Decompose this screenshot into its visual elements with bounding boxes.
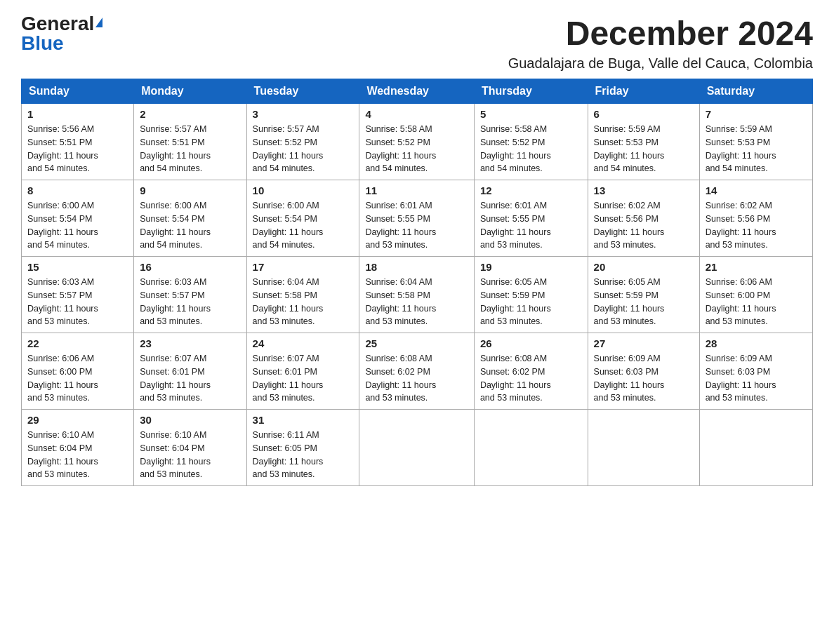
day-number: 14 (706, 185, 807, 196)
day-detail: Sunrise: 6:06 AMSunset: 6:00 PMDaylight:… (706, 276, 807, 328)
day-number: 25 (365, 337, 468, 349)
calendar-cell: 22Sunrise: 6:06 AMSunset: 6:00 PMDayligh… (22, 333, 134, 410)
day-detail: Sunrise: 6:05 AMSunset: 5:59 PMDaylight:… (594, 276, 694, 328)
logo-triangle-icon (95, 18, 102, 27)
calendar-table: SundayMondayTuesdayWednesdayThursdayFrid… (21, 79, 813, 486)
day-detail: Sunrise: 6:00 AMSunset: 5:54 PMDaylight:… (253, 199, 354, 252)
calendar-cell: 24Sunrise: 6:07 AMSunset: 6:01 PMDayligh… (246, 333, 359, 410)
day-number: 11 (365, 185, 468, 196)
calendar-cell: 17Sunrise: 6:04 AMSunset: 5:58 PMDayligh… (246, 257, 359, 333)
calendar-cell: 9Sunrise: 6:00 AMSunset: 5:54 PMDaylight… (134, 180, 246, 257)
calendar-cell: 28Sunrise: 6:09 AMSunset: 6:03 PMDayligh… (699, 333, 812, 410)
day-detail: Sunrise: 6:09 AMSunset: 6:03 PMDaylight:… (594, 352, 694, 405)
day-detail: Sunrise: 6:03 AMSunset: 5:57 PMDaylight:… (140, 276, 240, 328)
day-detail: Sunrise: 6:07 AMSunset: 6:01 PMDaylight:… (140, 352, 240, 405)
day-detail: Sunrise: 6:03 AMSunset: 5:57 PMDaylight:… (27, 276, 128, 328)
calendar-cell: 30Sunrise: 6:10 AMSunset: 6:04 PMDayligh… (134, 410, 246, 486)
day-detail: Sunrise: 5:57 AMSunset: 5:51 PMDaylight:… (140, 123, 240, 175)
calendar-cell (474, 410, 588, 486)
calendar-header-monday: Monday (134, 79, 246, 104)
page-title: December 2024 (508, 14, 813, 53)
day-number: 12 (480, 185, 582, 196)
day-number: 6 (594, 108, 694, 120)
day-detail: Sunrise: 5:57 AMSunset: 5:52 PMDaylight:… (253, 123, 354, 175)
day-number: 21 (706, 261, 807, 273)
calendar-cell: 23Sunrise: 6:07 AMSunset: 6:01 PMDayligh… (134, 333, 246, 410)
calendar-header-wednesday: Wednesday (359, 79, 474, 104)
day-number: 16 (140, 261, 240, 273)
calendar-week-row: 15Sunrise: 6:03 AMSunset: 5:57 PMDayligh… (22, 257, 813, 333)
day-number: 9 (140, 185, 240, 196)
day-detail: Sunrise: 6:07 AMSunset: 6:01 PMDaylight:… (253, 352, 354, 405)
calendar-header-thursday: Thursday (474, 79, 588, 104)
calendar-cell: 18Sunrise: 6:04 AMSunset: 5:58 PMDayligh… (359, 257, 474, 333)
day-detail: Sunrise: 5:58 AMSunset: 5:52 PMDaylight:… (365, 123, 468, 175)
calendar-cell: 5Sunrise: 5:58 AMSunset: 5:52 PMDaylight… (474, 104, 588, 180)
calendar-cell: 25Sunrise: 6:08 AMSunset: 6:02 PMDayligh… (359, 333, 474, 410)
calendar-cell: 27Sunrise: 6:09 AMSunset: 6:03 PMDayligh… (588, 333, 699, 410)
calendar-cell: 11Sunrise: 6:01 AMSunset: 5:55 PMDayligh… (359, 180, 474, 257)
day-number: 20 (594, 261, 694, 273)
calendar-cell: 15Sunrise: 6:03 AMSunset: 5:57 PMDayligh… (22, 257, 134, 333)
day-detail: Sunrise: 6:08 AMSunset: 6:02 PMDaylight:… (480, 352, 582, 405)
calendar-cell: 3Sunrise: 5:57 AMSunset: 5:52 PMDaylight… (246, 104, 359, 180)
day-detail: Sunrise: 6:01 AMSunset: 5:55 PMDaylight:… (365, 199, 468, 252)
day-number: 13 (594, 185, 694, 196)
title-block: December 2024 Guadalajara de Buga, Valle… (508, 14, 813, 72)
page-subtitle: Guadalajara de Buga, Valle del Cauca, Co… (508, 55, 813, 72)
day-detail: Sunrise: 6:10 AMSunset: 6:04 PMDaylight:… (140, 429, 240, 481)
day-number: 7 (706, 108, 807, 120)
day-number: 29 (27, 414, 128, 426)
calendar-cell: 8Sunrise: 6:00 AMSunset: 5:54 PMDaylight… (22, 180, 134, 257)
calendar-cell: 26Sunrise: 6:08 AMSunset: 6:02 PMDayligh… (474, 333, 588, 410)
calendar-cell: 29Sunrise: 6:10 AMSunset: 6:04 PMDayligh… (22, 410, 134, 486)
day-number: 15 (27, 261, 128, 273)
calendar-header-tuesday: Tuesday (246, 79, 359, 104)
day-number: 18 (365, 261, 468, 273)
day-detail: Sunrise: 6:01 AMSunset: 5:55 PMDaylight:… (480, 199, 582, 252)
calendar-cell: 31Sunrise: 6:11 AMSunset: 6:05 PMDayligh… (246, 410, 359, 486)
day-number: 4 (365, 108, 468, 120)
calendar-week-row: 8Sunrise: 6:00 AMSunset: 5:54 PMDaylight… (22, 180, 813, 257)
calendar-cell: 13Sunrise: 6:02 AMSunset: 5:56 PMDayligh… (588, 180, 699, 257)
day-detail: Sunrise: 6:11 AMSunset: 6:05 PMDaylight:… (253, 429, 354, 481)
calendar-week-row: 1Sunrise: 5:56 AMSunset: 5:51 PMDaylight… (22, 104, 813, 180)
day-number: 8 (27, 185, 128, 196)
calendar-cell: 19Sunrise: 6:05 AMSunset: 5:59 PMDayligh… (474, 257, 588, 333)
day-number: 27 (594, 337, 694, 349)
calendar-cell: 7Sunrise: 5:59 AMSunset: 5:53 PMDaylight… (699, 104, 812, 180)
calendar-cell: 10Sunrise: 6:00 AMSunset: 5:54 PMDayligh… (246, 180, 359, 257)
day-detail: Sunrise: 6:06 AMSunset: 6:00 PMDaylight:… (27, 352, 128, 405)
day-detail: Sunrise: 6:04 AMSunset: 5:58 PMDaylight:… (253, 276, 354, 328)
day-number: 26 (480, 337, 582, 349)
day-detail: Sunrise: 5:59 AMSunset: 5:53 PMDaylight:… (706, 123, 807, 175)
day-detail: Sunrise: 6:09 AMSunset: 6:03 PMDaylight:… (706, 352, 807, 405)
day-detail: Sunrise: 6:08 AMSunset: 6:02 PMDaylight:… (365, 352, 468, 405)
day-detail: Sunrise: 6:05 AMSunset: 5:59 PMDaylight:… (480, 276, 582, 328)
calendar-cell: 2Sunrise: 5:57 AMSunset: 5:51 PMDaylight… (134, 104, 246, 180)
day-detail: Sunrise: 6:04 AMSunset: 5:58 PMDaylight:… (365, 276, 468, 328)
day-number: 28 (706, 337, 807, 349)
logo: General Blue (21, 14, 102, 53)
calendar-header-friday: Friday (588, 79, 699, 104)
calendar-week-row: 22Sunrise: 6:06 AMSunset: 6:00 PMDayligh… (22, 333, 813, 410)
day-detail: Sunrise: 5:56 AMSunset: 5:51 PMDaylight:… (27, 123, 128, 175)
calendar-cell: 1Sunrise: 5:56 AMSunset: 5:51 PMDaylight… (22, 104, 134, 180)
day-detail: Sunrise: 5:59 AMSunset: 5:53 PMDaylight:… (594, 123, 694, 175)
calendar-cell: 4Sunrise: 5:58 AMSunset: 5:52 PMDaylight… (359, 104, 474, 180)
calendar-cell: 16Sunrise: 6:03 AMSunset: 5:57 PMDayligh… (134, 257, 246, 333)
calendar-cell (588, 410, 699, 486)
calendar-cell: 20Sunrise: 6:05 AMSunset: 5:59 PMDayligh… (588, 257, 699, 333)
day-number: 30 (140, 414, 240, 426)
logo-general-text: General (21, 13, 94, 34)
day-number: 5 (480, 108, 582, 120)
day-detail: Sunrise: 6:02 AMSunset: 5:56 PMDaylight:… (706, 199, 807, 252)
day-number: 24 (253, 337, 354, 349)
day-number: 2 (140, 108, 240, 120)
calendar-cell (359, 410, 474, 486)
calendar-cell: 6Sunrise: 5:59 AMSunset: 5:53 PMDaylight… (588, 104, 699, 180)
calendar-week-row: 29Sunrise: 6:10 AMSunset: 6:04 PMDayligh… (22, 410, 813, 486)
day-number: 1 (27, 108, 128, 120)
page-header: General Blue December 2024 Guadalajara d… (21, 14, 813, 72)
calendar-header-sunday: Sunday (22, 79, 134, 104)
